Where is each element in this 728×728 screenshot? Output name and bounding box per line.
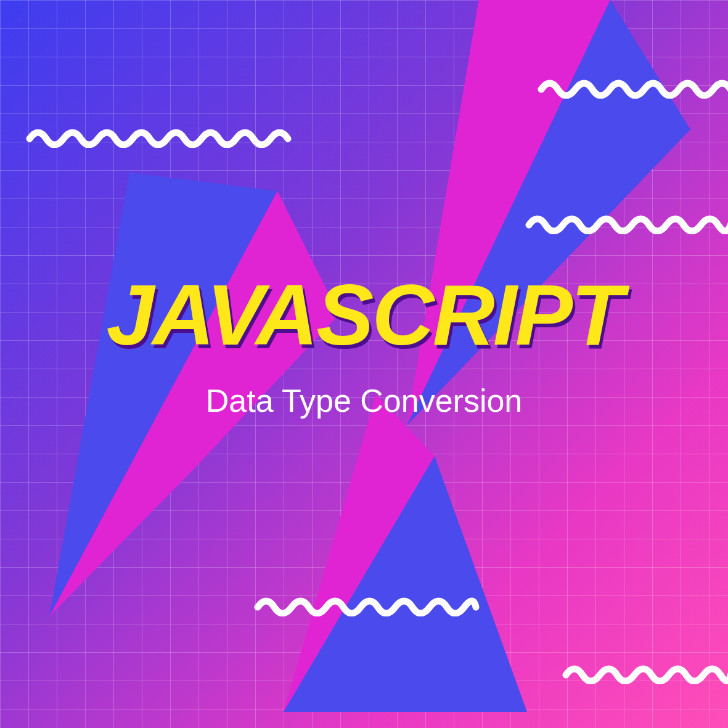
squiggle-bottom-right [561,660,728,684]
squiggle-top-left [25,123,296,148]
squiggle-bottom-center [253,592,481,616]
squiggle-top-right [536,74,728,99]
subtitle: Data Type Conversion [206,382,523,419]
squiggle-mid-right [524,210,728,234]
main-title: JAVASCRIPT [106,265,621,365]
